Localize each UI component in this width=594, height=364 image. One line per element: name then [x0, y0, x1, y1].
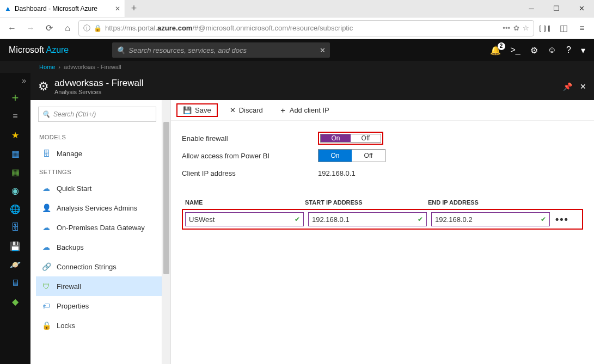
grid-icon[interactable]: ▦ — [10, 166, 21, 177]
properties-icon: 🏷 — [41, 301, 51, 310]
url-bar[interactable]: ⓘ 🔒 https://ms.portal.azure.com/#@micros… — [78, 20, 534, 36]
forward-button[interactable]: → — [23, 21, 38, 36]
toggle-on[interactable]: On — [321, 134, 351, 142]
blade-title: advworksas - Firewall — [54, 78, 143, 89]
client-ip-value: 192.168.0.1 — [318, 169, 356, 177]
notifications-icon[interactable]: 🔔2 — [490, 45, 501, 55]
menu-scrollbar[interactable] — [162, 100, 170, 364]
menu-admins[interactable]: 👤Analysis Services Admins — [36, 198, 162, 218]
minimize-button[interactable]: ─ — [519, 0, 544, 17]
pin-icon[interactable]: 📌 — [563, 82, 572, 91]
resource-search[interactable]: 🔍 Search resources, services, and docs ✕ — [112, 42, 330, 58]
gateway-icon: ☁ — [41, 223, 51, 232]
cloud-shell-icon[interactable]: >_ — [511, 45, 520, 55]
rule-start-ip-input[interactable]: 192.168.0.1 ✔ — [308, 212, 427, 226]
lock-icon: 🔒 — [41, 321, 51, 330]
shield-icon: 🛡 — [41, 282, 51, 291]
breadcrumb: Home › advworksas - Firewall — [0, 61, 594, 73]
rule-end-ip-input[interactable]: 192.168.0.2 ✔ — [431, 212, 550, 226]
help-icon[interactable]: ? — [566, 45, 571, 55]
dashboard-icon[interactable]: ▦ — [10, 148, 21, 159]
home-button[interactable]: ⌂ — [60, 21, 75, 36]
menu-icon[interactable]: ≡ — [574, 23, 590, 33]
close-tab-icon[interactable]: ✕ — [115, 5, 120, 13]
db-icon[interactable]: 💾 — [10, 240, 21, 251]
portal-leftnav: » + ≡ ★ ▦ ▦ ◉ 🌐 🗄 💾 🪐 🖥 ◆ — [0, 73, 30, 364]
planet-icon[interactable]: 🪐 — [10, 259, 21, 270]
close-window-button[interactable]: ✕ — [569, 0, 594, 17]
vm-icon[interactable]: 🖥 — [10, 277, 21, 288]
allow-powerbi-toggle[interactable]: On Off — [318, 149, 385, 162]
rule-more-button[interactable]: ••• — [554, 214, 570, 225]
maximize-button[interactable]: ☐ — [544, 0, 569, 17]
firewall-rules: NAME START IP ADDRESS END IP ADDRESS USW… — [171, 190, 594, 230]
toggle-off[interactable]: Off — [352, 150, 385, 162]
manage-icon: 🗄 — [41, 149, 51, 158]
scrollbar-thumb[interactable] — [163, 122, 169, 274]
reader-icon[interactable]: ✿ — [513, 24, 519, 32]
menu-conn-strings[interactable]: 🔗Connection Strings — [36, 257, 162, 276]
discard-icon: ✕ — [230, 106, 236, 114]
settings-gear-icon[interactable]: ⚙ — [530, 45, 538, 55]
url-more-icon[interactable]: ••• — [503, 24, 510, 32]
azure-favicon-icon: ▲ — [4, 4, 11, 13]
menu-quick-start[interactable]: ☁Quick Start — [36, 178, 162, 198]
clear-search-icon[interactable]: ✕ — [320, 46, 326, 54]
close-blade-icon[interactable]: ✕ — [580, 82, 586, 91]
blade-subtitle: Analysis Services — [54, 89, 143, 95]
cube-icon[interactable]: ◉ — [10, 185, 21, 196]
sidebar-icon[interactable]: ◫ — [556, 23, 571, 33]
diamond-icon[interactable]: ◆ — [10, 296, 21, 307]
menu-locks[interactable]: 🔒Locks — [36, 316, 162, 335]
window-controls: ─ ☐ ✕ — [519, 0, 594, 17]
person-icon: 👤 — [41, 203, 51, 212]
col-end: END IP ADDRESS — [428, 199, 551, 206]
filter-icon[interactable]: ▾ — [581, 45, 585, 55]
menu-firewall[interactable]: 🛡Firewall — [36, 276, 162, 296]
save-icon: 💾 — [183, 106, 192, 114]
discard-button[interactable]: ✕ Discard — [225, 104, 267, 116]
breadcrumb-home[interactable]: Home — [39, 64, 55, 70]
back-button[interactable]: ← — [4, 21, 20, 36]
col-name: NAME — [182, 199, 305, 206]
new-tab-button[interactable]: + — [125, 0, 143, 17]
browser-tab[interactable]: ▲ Dashboard - Microsoft Azure ✕ — [0, 0, 125, 17]
breadcrumb-separator: › — [58, 64, 60, 70]
feedback-icon[interactable]: ☺ — [548, 45, 556, 55]
backup-icon: ☁ — [41, 243, 51, 251]
bookmark-icon[interactable]: ☆ — [523, 24, 529, 32]
sql-icon[interactable]: 🗄 — [10, 222, 21, 233]
lock-icon: 🔒 — [94, 24, 102, 32]
enable-firewall-toggle[interactable]: On Off — [318, 132, 383, 145]
reload-button[interactable]: ⟳ — [41, 21, 57, 36]
menu-manage[interactable]: 🗄Manage — [36, 144, 162, 163]
col-start: START IP ADDRESS — [305, 199, 428, 206]
list-icon[interactable]: ≡ — [10, 111, 21, 122]
toggle-on[interactable]: On — [319, 150, 352, 162]
valid-check-icon: ✔ — [541, 215, 546, 223]
library-icon[interactable]: ⫿⫿⫿ — [537, 23, 553, 33]
new-resource-icon[interactable]: + — [10, 92, 21, 103]
resource-menu-search[interactable]: 🔍 Search (Ctrl+/) — [38, 107, 156, 122]
menu-gateway[interactable]: ☁On-Premises Data Gateway — [36, 218, 162, 237]
connection-icon: 🔗 — [41, 262, 51, 271]
rule-name-input[interactable]: USWest ✔ — [185, 212, 304, 226]
add-client-ip-button[interactable]: ＋ Add client IP — [275, 103, 334, 118]
globe-icon[interactable]: 🌐 — [10, 203, 21, 214]
blade-title-block: advworksas - Firewall Analysis Services — [54, 78, 143, 95]
browser-toolbar: ← → ⟳ ⌂ ⓘ 🔒 https://ms.portal.azure.com/… — [0, 17, 594, 39]
menu-properties[interactable]: 🏷Properties — [36, 296, 162, 316]
url-text: https://ms.portal.azure.com/#@microsoft.… — [105, 24, 353, 32]
menu-backups[interactable]: ☁Backups — [36, 237, 162, 257]
collapse-nav-icon[interactable]: » — [22, 76, 26, 85]
main-pane: 💾 Save ✕ Discard ＋ Add client IP Enable … — [171, 100, 594, 364]
info-icon: ⓘ — [83, 23, 90, 33]
favorite-star-icon[interactable]: ★ — [10, 129, 21, 140]
save-button[interactable]: 💾 Save — [176, 103, 218, 117]
azure-brand[interactable]: Microsoft Azure — [9, 45, 69, 55]
blade-body: 🔍 Search (Ctrl+/) MODELS 🗄Manage SETTING… — [30, 100, 594, 364]
toggle-off[interactable]: Off — [351, 134, 381, 142]
resource-menu: 🔍 Search (Ctrl+/) MODELS 🗄Manage SETTING… — [30, 100, 171, 364]
search-placeholder: Search (Ctrl+/) — [53, 110, 96, 118]
browser-tab-strip: ▲ Dashboard - Microsoft Azure ✕ + ─ ☐ ✕ — [0, 0, 594, 17]
